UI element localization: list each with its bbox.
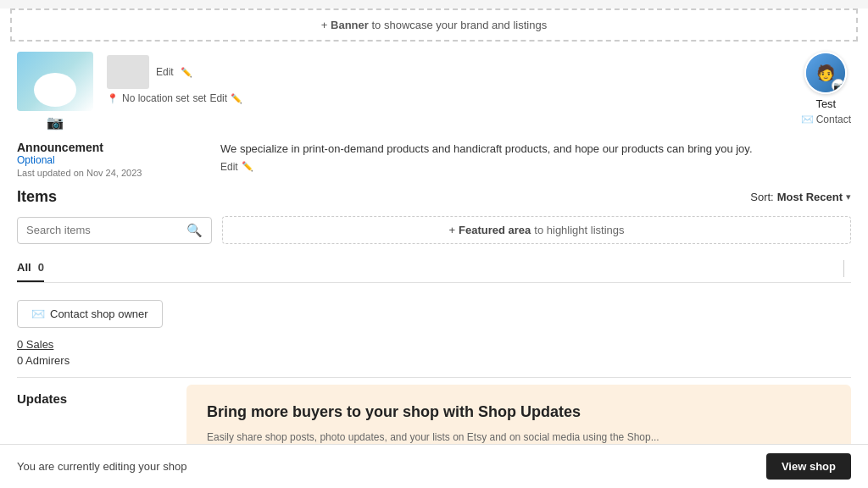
announcement-text: We specialize in print-on-demand product… [220, 141, 851, 158]
items-header: Items Sort: Most Recent ▾ [17, 188, 851, 206]
shop-header: 📷 Edit ✏️ 📍 No location set set Edit ✏️ … [0, 42, 868, 141]
updates-card-desc: Easily share shop posts, photo updates, … [207, 430, 831, 445]
search-input[interactable] [26, 224, 186, 236]
sales-row: 0 Sales [17, 338, 851, 351]
announcement-pencil-icon[interactable]: ✏️ [242, 161, 253, 172]
featured-plus-icon: + [448, 224, 455, 236]
location-pencil-icon[interactable]: ✏️ [231, 93, 242, 104]
search-icon-button[interactable]: 🔍 [186, 223, 203, 238]
featured-area-button[interactable]: + Featured area to highlight listings [222, 216, 851, 244]
user-profile: 🧑 📷 Test ✉️ Contact [801, 52, 851, 125]
announcement-left: Announcement Optional Last updated on No… [17, 141, 203, 178]
announcement-title: Announcement [17, 141, 203, 154]
contact-link[interactable]: ✉️ Contact [801, 114, 851, 125]
location-text: No location set [122, 92, 189, 104]
shop-avatar-area: 📷 [17, 52, 93, 130]
envelope-icon: ✉️ [801, 114, 814, 125]
contact-label: Contact [816, 114, 851, 125]
announcement-right: We specialize in print-on-demand product… [220, 141, 851, 178]
last-updated: Last updated on Nov 24, 2023 [17, 168, 203, 178]
tab-all-label: All [17, 261, 31, 274]
banner-bold-text: Banner [331, 19, 369, 31]
updates-label: Updates [17, 385, 170, 406]
updates-card-title: Bring more buyers to your shop with Shop… [207, 402, 831, 423]
tab-all[interactable]: All 0 [17, 254, 44, 282]
shop-cover-image[interactable] [17, 52, 93, 111]
banner-rest-text: to showcase your brand and listings [371, 19, 547, 31]
pencil-icon[interactable]: ✏️ [181, 67, 192, 78]
bottom-bar: You are currently editing your shop View… [0, 444, 868, 488]
items-section: Items Sort: Most Recent ▾ 🔍 + Featured a… [0, 188, 868, 378]
location-set-label: set [192, 92, 206, 104]
banner-plus-icon: + [321, 19, 328, 31]
admirers-text: 0 Admirers [17, 354, 70, 367]
sort-chevron-icon: ▾ [846, 191, 851, 202]
contact-envelope-icon: ✉️ [31, 308, 45, 320]
tab-all-count: 0 [38, 261, 44, 274]
tab-divider [843, 260, 844, 277]
banner-area[interactable]: + Banner to showcase your brand and list… [10, 8, 858, 42]
sort-label: Sort: [750, 191, 773, 203]
edit-location-link[interactable]: Edit [209, 92, 227, 104]
shop-logo-row: Edit ✏️ [107, 55, 851, 89]
edit-logo-link[interactable]: Edit [156, 66, 174, 78]
contact-shop-owner-button[interactable]: ✉️ Contact shop owner [17, 300, 163, 328]
shop-logo [107, 55, 149, 89]
tabs-row: All 0 [17, 254, 851, 283]
editing-notice: You are currently editing your shop [17, 460, 186, 473]
location-pin-icon: 📍 [107, 93, 119, 104]
edit-announcement-link[interactable]: Edit [220, 161, 238, 173]
user-avatar[interactable]: 🧑 📷 [804, 52, 847, 94]
section-divider [17, 377, 851, 378]
search-box: 🔍 [17, 217, 212, 244]
user-name: Test [815, 97, 836, 110]
view-shop-button[interactable]: View shop [766, 453, 851, 480]
camera-icon[interactable]: 📷 [47, 114, 64, 130]
cover-oval [34, 73, 76, 107]
items-toolbar: 🔍 + Featured area to highlight listings [17, 216, 851, 244]
featured-bold-text: Featured area [459, 224, 531, 236]
sort-control[interactable]: Sort: Most Recent ▾ [750, 191, 851, 203]
shop-info: Edit ✏️ 📍 No location set set Edit ✏️ [107, 52, 851, 106]
items-title: Items [17, 188, 57, 206]
sort-value: Most Recent [777, 191, 843, 203]
contact-shop-label: Contact shop owner [50, 308, 148, 320]
admirers-row: 0 Admirers [17, 354, 851, 367]
avatar-camera-icon[interactable]: 📷 [832, 79, 845, 92]
featured-highlight-text: to highlight listings [534, 224, 624, 236]
shop-stats: 0 Sales 0 Admirers [17, 338, 851, 367]
sales-link[interactable]: 0 Sales [17, 338, 53, 351]
announcement-edit-row: Edit ✏️ [220, 161, 851, 173]
location-row: 📍 No location set set Edit ✏️ [107, 92, 851, 104]
optional-label[interactable]: Optional [17, 154, 203, 166]
announcement-section: Announcement Optional Last updated on No… [0, 141, 868, 188]
